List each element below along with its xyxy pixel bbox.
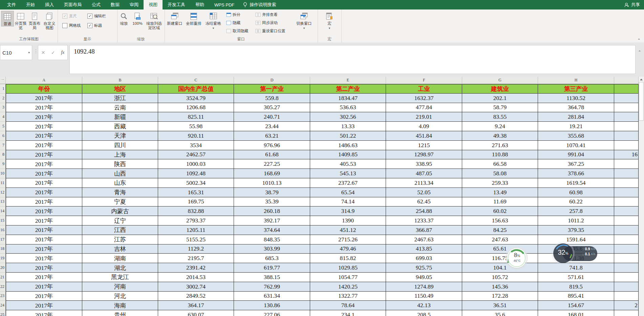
cell-F15[interactable]: 1233.37: [386, 216, 462, 225]
cell-D9[interactable]: 227.25: [234, 159, 310, 169]
header-cell-第一产业[interactable]: 第一产业: [234, 84, 310, 94]
cell-B5[interactable]: 西藏: [82, 122, 158, 131]
page-layout-view-button[interactable]: 页面布局: [28, 11, 41, 30]
page-break-preview-button[interactable]: 分页预览: [14, 11, 27, 30]
cell-H3[interactable]: 364.78: [538, 103, 614, 113]
cell-I13[interactable]: [614, 197, 639, 207]
switch-windows-button[interactable]: 切换窗口 ▾: [294, 11, 314, 29]
enter-icon[interactable]: ✓: [51, 50, 55, 55]
cell-B13[interactable]: 宁夏: [82, 197, 158, 207]
cell-B16[interactable]: 江西: [82, 225, 158, 235]
cell-E7[interactable]: 1486.63: [310, 141, 386, 150]
cell-B11[interactable]: 山东: [82, 178, 158, 188]
header-cell-地区[interactable]: 地区: [82, 84, 158, 94]
cell-G14[interactable]: 60.02: [462, 206, 538, 216]
cell-C17[interactable]: 5155.25: [158, 235, 234, 244]
cell-E22[interactable]: 1420.25: [310, 282, 386, 292]
ribbon-tab-开发工具[interactable]: 开发工具: [163, 0, 190, 9]
cell-I18[interactable]: [614, 244, 639, 254]
cell-B23[interactable]: 河北: [82, 292, 158, 301]
cell-H5[interactable]: 19.21: [538, 122, 614, 131]
cell-E11[interactable]: 2372.67: [310, 178, 386, 188]
cell-C18[interactable]: 1129.2: [158, 244, 234, 254]
ribbon-tab-WPS PDF[interactable]: WPS PDF: [209, 0, 239, 9]
header-cell-第二产业[interactable]: 第二产业: [310, 84, 386, 94]
cell-A8[interactable]: 2017年: [6, 150, 82, 160]
cell-G4[interactable]: 83.55: [462, 112, 538, 122]
column-header-A[interactable]: A: [6, 77, 82, 84]
cell-A9[interactable]: 2017年: [6, 159, 82, 169]
cell-D16[interactable]: 374.64: [234, 225, 310, 235]
cell-C13[interactable]: 169.75: [158, 197, 234, 207]
split-button[interactable]: 拆分: [226, 12, 240, 17]
cell-F5[interactable]: 4.09: [386, 122, 462, 131]
cell-G7[interactable]: 271.63: [462, 141, 538, 150]
macros-button[interactable]: 宏 ▾: [323, 11, 336, 29]
cell-A4[interactable]: 2017年: [6, 112, 82, 122]
row-header-8[interactable]: 8: [0, 150, 6, 160]
cell-B19[interactable]: 湖南: [82, 254, 158, 263]
cell-H2[interactable]: 1130.52: [538, 94, 614, 103]
cell-I8[interactable]: 16: [614, 150, 639, 160]
collapse-formula-bar-button[interactable]: ⌃: [638, 50, 641, 55]
cell-I2[interactable]: [614, 94, 639, 103]
checkbox-标题[interactable]: ✓标题: [87, 23, 102, 28]
cell-G2[interactable]: 202.1: [462, 94, 538, 103]
cell-H9[interactable]: 367.25: [538, 159, 614, 169]
cell-F20[interactable]: 925.75: [386, 263, 462, 273]
ribbon-tab-数据[interactable]: 数据: [106, 0, 125, 9]
cell-D20[interactable]: 619.77: [234, 263, 310, 273]
cell-B10[interactable]: 山西: [82, 169, 158, 178]
cell-D10[interactable]: 168.69: [234, 169, 310, 178]
cell-G21[interactable]: 105.72: [462, 273, 538, 282]
cell-E23[interactable]: 1322.77: [310, 292, 386, 301]
row-header-1[interactable]: 1: [0, 84, 6, 94]
cell-E18[interactable]: 479.46: [310, 244, 386, 254]
row-header-12[interactable]: 12: [0, 188, 6, 197]
cell-H13[interactable]: 60.22: [538, 197, 614, 207]
cell-I24[interactable]: 2: [614, 301, 639, 310]
cell-C9[interactable]: 1000.03: [158, 159, 234, 169]
column-header-H[interactable]: H: [538, 77, 614, 84]
cell-G23[interactable]: 172.28: [462, 292, 538, 301]
cell-C24[interactable]: 364.17: [158, 301, 234, 310]
cell-G3[interactable]: 58.79: [462, 103, 538, 113]
cell-D19[interactable]: 685.3: [234, 254, 310, 263]
cell-G6[interactable]: 49.38: [462, 131, 538, 141]
cell-C23[interactable]: 2849.52: [158, 292, 234, 301]
row-header-16[interactable]: 16: [0, 225, 6, 235]
row-header-3[interactable]: 3: [0, 103, 6, 113]
cell-B25[interactable]: 贵州: [82, 310, 158, 316]
column-header-I-partial[interactable]: [614, 77, 639, 84]
custom-views-button[interactable]: 自定义视图: [42, 11, 57, 30]
cell-H12[interactable]: 60.98: [538, 188, 614, 197]
cell-D2[interactable]: 559.8: [234, 94, 310, 103]
cell-A15[interactable]: 2017年: [6, 216, 82, 225]
cell-E6[interactable]: 501.22: [310, 131, 386, 141]
cell-A25[interactable]: 2017年: [6, 310, 82, 316]
cell-C19[interactable]: 2195.7: [158, 254, 234, 263]
cell-E5[interactable]: 13.33: [310, 122, 386, 131]
header-cell-第三产业[interactable]: 第三产业: [538, 84, 614, 94]
cell-E14[interactable]: 314.9: [310, 206, 386, 216]
cell-H15[interactable]: 1011.2: [538, 216, 614, 225]
cell-F21[interactable]: 949.05: [386, 273, 462, 282]
cell-E19[interactable]: 815.82: [310, 254, 386, 263]
cell-F18[interactable]: 413.85: [386, 244, 462, 254]
checkbox-box[interactable]: ✓: [87, 14, 92, 19]
cell-C20[interactable]: 2391.42: [158, 263, 234, 273]
cell-I17[interactable]: [614, 235, 639, 244]
cancel-icon[interactable]: ✕: [41, 50, 45, 55]
cell-F17[interactable]: 2467.63: [386, 235, 462, 244]
cell-E3[interactable]: 536.63: [310, 103, 386, 113]
cell-G25[interactable]: 35.6: [462, 310, 538, 316]
cell-A7[interactable]: 2017年: [6, 141, 82, 150]
network-monitor-widget[interactable]: 32% ↑ 0.9 K/s ↓ 0.1 K/s: [553, 243, 599, 264]
cell-G13[interactable]: 11.69: [462, 197, 538, 207]
cell-I16[interactable]: [614, 225, 639, 235]
cell-D23[interactable]: 631.34: [234, 292, 310, 301]
row-header-15[interactable]: 15: [0, 216, 6, 225]
cell-H7[interactable]: 1070.41: [538, 141, 614, 150]
cell-G10[interactable]: 58.08: [462, 169, 538, 178]
column-header-D[interactable]: D: [234, 77, 310, 84]
